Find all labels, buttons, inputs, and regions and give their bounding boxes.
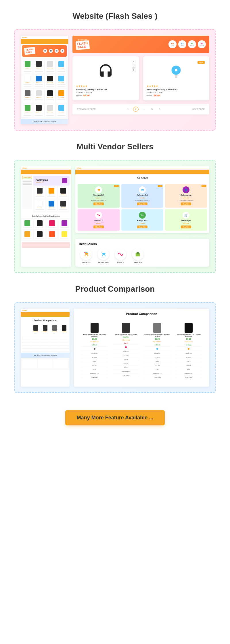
product-grid-mini: ★★★★★ ★★★★★ ★★★★★ ★★★★★ ★★★★★ ★★★★★ ★★★★…: [21, 58, 68, 119]
svg-point-2: [175, 69, 177, 71]
vendor-panel: ishop Store Open Rahayanan ★★★★★ 4.7: [14, 160, 216, 273]
best-sellers-panel: Best Sellers Shopno BD Eecoms Shop Fusio…: [75, 239, 209, 267]
best-seller-item[interactable]: Shopno BD: [79, 249, 93, 263]
expand-icon[interactable]: ⤢: [132, 60, 135, 63]
flash-page-preview: ishop FLASHSALE 08 12 34 45 ★★★★★ ★★★★★ …: [21, 36, 68, 124]
count-hours: 12Hours: [178, 40, 186, 48]
seller-card[interactable]: Seller👤Rahayanan★★★★★● Product Avail. Ca…: [165, 184, 207, 208]
comparison-title: Product Comparison: [0, 284, 230, 294]
seller-grid: SellerShopno BD★★★★★● Product Avail. Cat…: [75, 182, 209, 233]
refresh-icon[interactable]: ↻: [132, 68, 135, 72]
logo: ishop: [22, 167, 27, 169]
svg-point-3: [85, 252, 86, 253]
comparison-table: Apple MacBook Air 13.3-Inch Display $9.9…: [77, 319, 206, 383]
fan-icon: [168, 64, 184, 79]
cta-more-features[interactable]: Many More Feature Available ...: [65, 410, 165, 425]
comp-column: Apple MacBook Air 13.3-Inch Display $9.9…: [80, 321, 109, 381]
comp-column: Lenovo IdeaPad Slim 3 Ryzen 3 3250U $9.9…: [143, 321, 172, 381]
page-5[interactable]: 5: [150, 107, 154, 111]
old-price: $9.99: [147, 94, 152, 97]
svg-rect-7: [137, 252, 139, 254]
count-seconds: 45Seconds: [198, 40, 206, 48]
store-open-badge: Store Open: [22, 176, 32, 179]
new-price: $6.99: [154, 94, 160, 97]
page-ellipsis: ...: [141, 107, 147, 111]
comparison-panel: ishop Product Comparison ★★★★ ★★★★ ★★★★ …: [14, 302, 216, 393]
best-sellers-title: Best Sellers: [79, 242, 206, 246]
product-variant: 3 colors in 512GB: [76, 91, 135, 93]
best-seller-item[interactable]: Fusion X: [113, 249, 128, 263]
svg-point-4: [85, 252, 87, 253]
page-1[interactable]: 1: [126, 107, 130, 111]
best-seller-item[interactable]: Rikayi Rox: [131, 249, 145, 263]
product-variant: 3 colors in 512GB: [147, 91, 206, 93]
old-price: $9.99: [76, 94, 82, 97]
vendor-page-preview: ishop Store Open Rahayanan ★★★★★ 4.7: [21, 166, 71, 267]
headset-icon: [98, 64, 114, 79]
comp-column: Asus VivoBook 15 X515MA $9.99 4.8 ★★★★★ …: [111, 321, 141, 381]
prev-page[interactable]: PREVIOUS PAGE: [77, 108, 96, 110]
comparison-page-preview: ishop Product Comparison ★★★★ ★★★★ ★★★★ …: [21, 309, 70, 387]
next-page[interactable]: NEXT PAGE: [192, 108, 205, 110]
product-card-1[interactable]: ⤢ ♡ ↻ ★★★★★ Samsung Galaxy Z Fold3 5G 3 …: [72, 56, 139, 100]
countdown: 08Days 12Hours 34Minutes 45Seconds: [168, 40, 206, 48]
comp-table-title: Product Comparison: [77, 312, 206, 316]
store-avatar: [62, 178, 67, 183]
discount-banner: Get 40% Off Discount Coupon: [21, 119, 68, 124]
best-seller-item[interactable]: Eecoms Shop: [96, 249, 110, 263]
seller-card[interactable]: SellerE-Coms Bd★★★★★● Product Avail. Cat…: [121, 184, 163, 208]
heart-icon[interactable]: ♡: [132, 64, 135, 68]
flash-sales-title: Website (Flash Sales ): [0, 12, 230, 21]
all-seller-title: All Seller: [75, 174, 209, 182]
product-title: Samsung Galaxy Z Fold3 5G: [76, 88, 135, 91]
page-2-active[interactable]: 2: [133, 107, 138, 112]
seller-card[interactable]: 🛒Habbriyai★★★★★Shop Now: [165, 209, 207, 231]
store-header: Rahayanan ★★★★★ 4.7: [33, 176, 70, 186]
count-days: 08Days: [168, 40, 177, 48]
sale-tag: SALE: [198, 61, 205, 64]
product-card-2[interactable]: SALE ★★★★★ Samsung Galaxy Z Fold3 5G 3 c…: [143, 56, 210, 100]
count-minutes: 34Minutes: [188, 40, 196, 48]
svg-point-5: [87, 252, 88, 253]
logo: ishop: [22, 309, 27, 311]
svg-rect-1: [175, 74, 177, 78]
product-title: Samsung Galaxy Z Fold3 5G: [147, 88, 206, 91]
seller-card[interactable]: 🛍Rikayi Rox★★★★★Shop Now: [121, 209, 163, 231]
discount-banner: Get 40% Off Discount Coupon: [21, 353, 70, 358]
new-price: $6.99: [83, 94, 90, 97]
all-seller-preview: ishop All Seller SellerShopno BD★★★★★● P…: [75, 166, 209, 233]
seller-card[interactable]: Fusion X★★★★★Shop Now: [78, 209, 120, 231]
flash-badge: FLASHSALE: [24, 47, 35, 55]
flash-banner-large: BUY GLACER FLASHSALE 08Days 12Hours 34Mi…: [72, 36, 209, 53]
rating-stars: ★★★★★: [76, 85, 135, 87]
flash-sales-panel: ishop FLASHSALE 08 12 34 45 ★★★★★ ★★★★★ …: [14, 29, 216, 131]
comparison-detail: Product Comparison Apple MacBook Air 13.…: [74, 309, 209, 387]
seller-card[interactable]: SellerShopno BD★★★★★● Product Avail. Cat…: [78, 184, 120, 208]
page-6[interactable]: 6: [157, 107, 162, 111]
logo: ishop: [22, 37, 27, 38]
vendor-title: Multi Vendor Sellers: [0, 142, 230, 151]
rating-stars: ★★★★★: [147, 85, 206, 87]
comp-column: Microsoft Surface Go Core i5 10th Gen $9…: [174, 321, 204, 381]
logo: ishop: [77, 167, 81, 169]
pagination: PREVIOUS PAGE 1 2 ... 5 6 NEXT PAGE: [72, 104, 209, 114]
